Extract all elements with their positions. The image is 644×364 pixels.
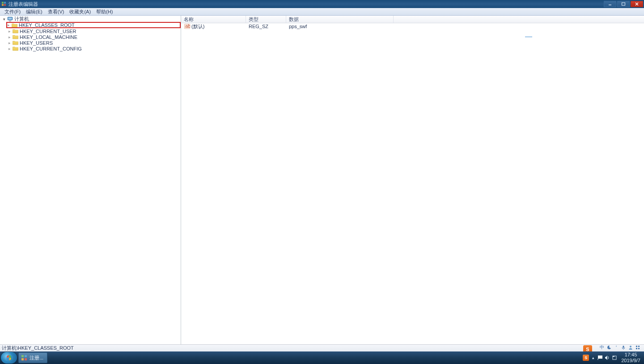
menu-favorites[interactable]: 收藏夹(A) xyxy=(67,8,93,16)
column-header-data[interactable]: 数据 xyxy=(286,16,394,23)
tree-panel[interactable]: 计算机 HKEY_CLASSES_ROOT HKEY_CURRENT_USER xyxy=(0,16,181,344)
svg-rect-3 xyxy=(4,4,6,6)
grid-icon[interactable] xyxy=(635,345,640,350)
start-button[interactable] xyxy=(1,352,17,364)
ime-toolbar[interactable]: 中 ' xyxy=(597,344,642,351)
menu-help[interactable]: 帮助(H) xyxy=(93,8,115,16)
punctuation-icon[interactable]: ' xyxy=(614,345,619,350)
volume-icon[interactable] xyxy=(604,355,610,361)
folder-icon xyxy=(12,29,18,34)
status-path: 计算机\HKEY_CLASSES_ROOT xyxy=(2,345,74,351)
value-data: pps_swf xyxy=(286,24,394,29)
svg-text:ab: ab xyxy=(185,24,190,29)
column-header-name[interactable]: 名称 xyxy=(181,16,246,23)
value-name-cell: ab (默认) xyxy=(181,23,246,30)
menu-edit[interactable]: 编辑(E) xyxy=(23,8,45,16)
value-row[interactable]: ab (默认) REG_SZ pps_swf xyxy=(181,23,644,30)
system-tray: S ▴ 17:45 2019/9/7 xyxy=(582,351,644,364)
folder-icon xyxy=(11,22,17,28)
tree-key-hkcc[interactable]: HKEY_CURRENT_CONFIG xyxy=(5,46,181,51)
column-header-type[interactable]: 类型 xyxy=(246,16,286,23)
svg-rect-28 xyxy=(613,356,614,357)
taskbar-item-label: 注册... xyxy=(30,355,43,361)
svg-rect-9 xyxy=(8,17,12,19)
taskbar-clock[interactable]: 17:45 2019/9/7 xyxy=(619,352,643,364)
svg-rect-19 xyxy=(638,348,640,349)
svg-rect-1 xyxy=(4,2,6,4)
decorative-underline xyxy=(525,37,532,37)
column-header-spacer xyxy=(394,16,644,23)
svg-point-20 xyxy=(5,354,13,361)
app-title: 注册表编辑器 xyxy=(8,1,604,8)
tree-key-label: HKEY_USERS xyxy=(20,40,53,46)
minimize-button[interactable] xyxy=(604,1,616,7)
svg-rect-22 xyxy=(25,355,27,357)
svg-rect-0 xyxy=(2,2,4,4)
tree-key-hkcr[interactable]: HKEY_CLASSES_ROOT xyxy=(6,22,181,28)
svg-rect-21 xyxy=(21,355,24,357)
svg-point-15 xyxy=(630,346,631,347)
chevron-right-icon[interactable] xyxy=(7,40,12,45)
computer-icon xyxy=(7,17,13,22)
tree-key-label: HKEY_CURRENT_CONFIG xyxy=(20,46,82,51)
folder-icon xyxy=(12,40,18,46)
tree-key-hkcu[interactable]: HKEY_CURRENT_USER xyxy=(5,28,181,34)
chevron-right-icon[interactable] xyxy=(7,29,12,34)
regedit-icon xyxy=(21,354,28,361)
moon-icon[interactable] xyxy=(606,345,612,350)
svg-rect-13 xyxy=(623,346,624,348)
chevron-right-icon[interactable] xyxy=(7,34,12,39)
titlebar: 注册表编辑器 xyxy=(0,0,644,8)
close-button[interactable] xyxy=(631,1,643,7)
svg-rect-23 xyxy=(21,358,24,360)
clock-date: 2019/9/7 xyxy=(621,358,640,364)
tree-key-hku[interactable]: HKEY_USERS xyxy=(5,40,181,46)
tree-root-label: 计算机 xyxy=(14,16,29,22)
svg-rect-25 xyxy=(598,356,602,359)
svg-rect-2 xyxy=(2,4,4,6)
svg-rect-18 xyxy=(636,348,637,349)
chevron-right-icon[interactable] xyxy=(7,46,12,51)
statusbar: 计算机\HKEY_CLASSES_ROOT xyxy=(0,344,644,351)
menu-file[interactable]: 文件(F) xyxy=(2,8,23,16)
app-icon xyxy=(1,1,7,7)
tray-sogou-icon[interactable]: S xyxy=(583,355,589,361)
tray-overflow-icon[interactable]: ▴ xyxy=(590,355,596,361)
value-list-header: 名称 类型 数据 xyxy=(181,16,644,23)
value-type: REG_SZ xyxy=(246,24,286,29)
taskbar: 注册... S ▴ 17:45 2019/9/7 xyxy=(0,351,644,364)
folder-icon xyxy=(12,46,18,51)
person-icon[interactable] xyxy=(628,345,633,350)
value-list-panel: 名称 类型 数据 ab (默认) REG_SZ pps_swf xyxy=(181,16,644,344)
action-center-icon[interactable] xyxy=(611,355,618,361)
tree-key-label: HKEY_CURRENT_USER xyxy=(20,29,76,34)
maximize-button[interactable] xyxy=(617,1,630,7)
folder-icon xyxy=(12,34,18,40)
menubar: 文件(F) 编辑(E) 查看(V) 收藏夹(A) 帮助(H) xyxy=(0,8,644,16)
taskbar-item-regedit[interactable]: 注册... xyxy=(18,352,47,363)
svg-rect-10 xyxy=(9,21,11,21)
ime-lang-icon[interactable]: 中 xyxy=(599,345,605,350)
clock-time: 17:45 xyxy=(621,352,640,358)
svg-rect-24 xyxy=(25,358,27,360)
svg-rect-5 xyxy=(622,3,625,5)
svg-rect-17 xyxy=(638,346,640,347)
string-value-icon: ab xyxy=(184,24,190,29)
tree-key-hklm[interactable]: HKEY_LOCAL_MACHINE xyxy=(5,34,181,40)
tree-key-label: HKEY_LOCAL_MACHINE xyxy=(20,34,77,40)
chevron-down-icon[interactable] xyxy=(2,17,7,21)
tray-flag-icon[interactable] xyxy=(597,355,603,361)
value-name: (默认) xyxy=(191,23,204,30)
mic-icon[interactable] xyxy=(621,345,626,350)
main-area: 计算机 HKEY_CLASSES_ROOT HKEY_CURRENT_USER xyxy=(0,16,644,344)
window-controls xyxy=(604,1,643,7)
menu-view[interactable]: 查看(V) xyxy=(45,8,67,16)
chevron-right-icon[interactable] xyxy=(6,23,11,28)
tree-root-computer[interactable]: 计算机 xyxy=(0,16,181,22)
tree-root-children: HKEY_CLASSES_ROOT HKEY_CURRENT_USER HKEY… xyxy=(0,22,181,51)
tree-key-label: HKEY_CLASSES_ROOT xyxy=(19,22,75,28)
svg-rect-16 xyxy=(636,346,637,347)
